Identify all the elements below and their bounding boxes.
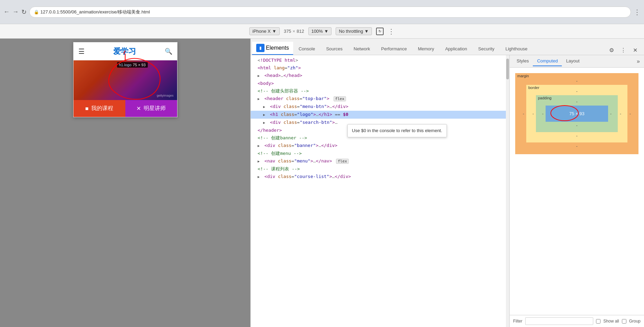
html-line-course-list[interactable]: <div class="course-list">…</div> bbox=[251, 173, 509, 181]
html-scrollbar[interactable] bbox=[506, 55, 509, 327]
border-right-value: - bbox=[618, 111, 623, 116]
triangle-banner[interactable] bbox=[258, 142, 262, 149]
throttle-value: No throttling bbox=[339, 29, 363, 34]
tab-network-label: Network bbox=[354, 46, 370, 51]
group-label: Group bbox=[629, 319, 641, 324]
triangle-course-list[interactable] bbox=[258, 174, 262, 180]
tab-security-label: Security bbox=[478, 46, 494, 51]
refresh-icon[interactable]: ↻ bbox=[21, 8, 27, 16]
dim-separator: × bbox=[292, 29, 295, 34]
html-line-h1[interactable]: <h1 class="logo">…</h1> == $0 bbox=[251, 111, 509, 119]
box-margin: margin - - border - - bbox=[515, 73, 638, 154]
triangle-h1[interactable] bbox=[263, 111, 267, 118]
triangle-header[interactable] bbox=[258, 96, 262, 102]
triangle-menu-btn[interactable] bbox=[263, 103, 267, 110]
width-value[interactable]: 375 bbox=[284, 29, 291, 34]
device-toolbar: iPhone X ▼ 375 × 812 100% ▼ No throttlin… bbox=[0, 24, 644, 39]
padding-top-value: - bbox=[540, 99, 614, 104]
device-select[interactable]: iPhone X ▼ bbox=[249, 27, 280, 35]
margin-left-value: - bbox=[521, 111, 526, 116]
more-options-icon: ⋮ bbox=[621, 47, 626, 53]
devtools-body: <!DOCTYPE html> <html lang="zh"> <head>…… bbox=[251, 55, 644, 327]
filter-input[interactable] bbox=[525, 317, 594, 325]
padding-left-value: - bbox=[540, 111, 546, 116]
address-text: 127.0.0.1:5500/06_animation/exercise/移动端… bbox=[40, 9, 150, 15]
box-content: 75 × 93 bbox=[546, 106, 608, 122]
tab-network[interactable]: Network bbox=[348, 43, 376, 55]
devtools-settings-area: ⚙ ⋮ ✕ bbox=[604, 45, 643, 55]
tab-performance-label: Performance bbox=[381, 46, 407, 51]
throttle-dropdown-icon: ▼ bbox=[364, 29, 369, 34]
show-all-label: Show all bbox=[603, 319, 619, 324]
tooltip-class: h1.logo bbox=[119, 63, 132, 67]
flex-badge-nav: flex bbox=[336, 159, 349, 164]
triangle-nav[interactable] bbox=[258, 158, 262, 165]
console-tooltip: Use $0 in the console to refer to this e… bbox=[347, 124, 447, 137]
zoom-select[interactable]: 100% ▼ bbox=[308, 27, 332, 35]
html-line-nav[interactable]: <nav class="menu">…</nav> flex bbox=[251, 157, 509, 165]
rotate-button[interactable]: ↻ bbox=[376, 28, 384, 35]
browser-menu-dots[interactable]: ⋮ bbox=[634, 8, 641, 16]
address-bar[interactable]: 🔒 127.0.0.1:5500/06_animation/exercise/移… bbox=[29, 7, 631, 18]
tab-lighthouse[interactable]: Lighthouse bbox=[500, 43, 533, 55]
device-dropdown-icon: ▼ bbox=[272, 29, 277, 34]
tab-application[interactable]: Application bbox=[440, 43, 473, 55]
back-icon[interactable]: ← bbox=[3, 8, 10, 16]
device-dimensions: 375 × 812 bbox=[284, 29, 304, 34]
filter-label: Filter bbox=[513, 319, 522, 324]
tab-sources-label: Sources bbox=[326, 46, 343, 51]
border-top-value: - bbox=[530, 89, 623, 94]
html-line-banner[interactable]: <div class="banner">…</div> bbox=[251, 142, 509, 150]
triangle-head[interactable] bbox=[258, 72, 262, 79]
star-teacher-button[interactable]: ✕ 明星讲师 bbox=[125, 100, 177, 117]
more-options-button[interactable]: ⋮ bbox=[618, 45, 628, 55]
close-devtools-button[interactable]: ✕ bbox=[630, 45, 640, 55]
border-label: border bbox=[528, 86, 539, 90]
viewport-area: ☰ 爱学习 🔍 h1.logo 75 × 93 gettyimages ■ bbox=[0, 39, 250, 327]
styles-tab-bar: Styles Computed Layout » bbox=[510, 55, 644, 68]
tab-elements[interactable]: ▮ Elements bbox=[252, 42, 293, 55]
throttle-select[interactable]: No throttling ▼ bbox=[336, 27, 372, 35]
styles-more-icon[interactable]: » bbox=[635, 57, 641, 66]
tab-sources[interactable]: Sources bbox=[320, 43, 348, 55]
triangle-search-btn[interactable] bbox=[263, 119, 267, 126]
phone-search-icon: 🔍 bbox=[165, 48, 172, 55]
tab-console[interactable]: Console bbox=[293, 43, 321, 55]
padding-bottom-value: - bbox=[540, 123, 614, 128]
html-line-header[interactable]: <header class="top-bar"> flex bbox=[251, 95, 509, 103]
box-border: border - - padding - bbox=[526, 85, 627, 142]
tab-performance[interactable]: Performance bbox=[376, 43, 412, 55]
box-padding: padding - - 75 bbox=[536, 95, 618, 132]
forward-icon[interactable]: → bbox=[12, 8, 19, 16]
html-line-body: <body> bbox=[251, 80, 509, 87]
margin-right-value: - bbox=[627, 111, 633, 116]
flex-badge-header: flex bbox=[334, 96, 346, 101]
phone-title: 爱学习 bbox=[113, 46, 136, 57]
settings-button[interactable]: ⚙ bbox=[607, 45, 616, 55]
my-courses-button[interactable]: ■ 我的课程 bbox=[74, 100, 125, 117]
tab-security[interactable]: Security bbox=[473, 43, 500, 55]
html-line-div-menu[interactable]: <div class="menu-btn">…</div> bbox=[251, 103, 509, 111]
close-icon: ✕ bbox=[633, 47, 637, 53]
settings-icon: ⚙ bbox=[609, 47, 614, 53]
device-toolbar-more[interactable]: ⋮ bbox=[388, 27, 395, 36]
group-checkbox[interactable] bbox=[622, 319, 626, 324]
html-panel[interactable]: <!DOCTYPE html> <html lang="zh"> <head>…… bbox=[251, 55, 509, 327]
zoom-value: 100% ▼ bbox=[311, 29, 329, 34]
tab-console-label: Console bbox=[299, 46, 315, 51]
show-all-checkbox[interactable] bbox=[596, 319, 600, 324]
more-icon-symbol: » bbox=[637, 58, 640, 64]
tab-memory[interactable]: Memory bbox=[412, 43, 440, 55]
courses-label: 我的课程 bbox=[91, 105, 113, 112]
styles-panel: Styles Computed Layout » margin bbox=[509, 55, 644, 327]
border-sides: - padding - - bbox=[530, 95, 623, 132]
tab-styles[interactable]: Styles bbox=[512, 56, 533, 66]
box-model-area: margin - - border - - bbox=[510, 68, 644, 315]
star-icon: ✕ bbox=[136, 105, 141, 112]
tab-layout[interactable]: Layout bbox=[562, 56, 584, 66]
margin-label: margin bbox=[517, 74, 529, 78]
tab-computed[interactable]: Computed bbox=[533, 56, 562, 66]
height-value[interactable]: 812 bbox=[297, 29, 304, 34]
html-line-comment3: <!-- 创建menu --> bbox=[251, 150, 509, 157]
scrollbar-thumb[interactable] bbox=[506, 59, 509, 79]
